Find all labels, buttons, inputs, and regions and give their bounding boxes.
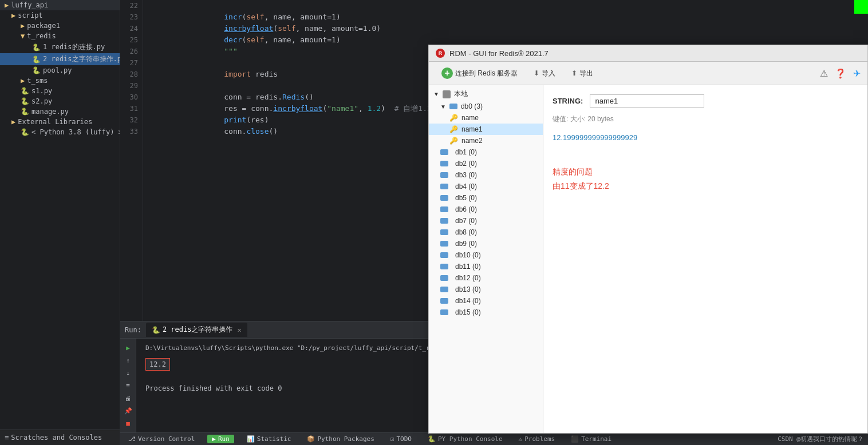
rdm-db-item[interactable]: db9 (0) bbox=[429, 238, 543, 249]
rdm-db-item[interactable]: db14 (0) bbox=[429, 295, 543, 307]
rdm-db-item[interactable]: db2 (0) bbox=[429, 158, 543, 169]
rdm-body: ▼ 本地 ▼ db0 (3) 🔑 name 🔑 name1 🔑 bbox=[429, 85, 867, 433]
key-icon-name: 🔑 bbox=[449, 114, 458, 122]
sidebar-item-package1[interactable]: ▶ package1 bbox=[0, 21, 120, 31]
telegram-icon[interactable]: ✈ bbox=[853, 68, 861, 79]
terminal-label: Terminai bbox=[581, 435, 611, 443]
scratches-section[interactable]: ≡ Scratches and Consoles bbox=[0, 430, 120, 445]
pkg-label: Python Packages bbox=[317, 435, 374, 443]
statistic-icon: 📊 bbox=[247, 435, 255, 443]
key-name2-label: name2 bbox=[461, 137, 483, 145]
sidebar-item-ext-libs[interactable]: ▶ External Libraries bbox=[0, 117, 120, 127]
status-right: CSDN @初遇我口寸的热情呢？ bbox=[778, 435, 863, 443]
todo-item[interactable]: ☑ TODO bbox=[387, 434, 415, 444]
rdm-toolbar: + 连接到 Redis 服务器 ⬇ 导入 ⬆ 导出 ⚠ ❓ ✈ bbox=[429, 62, 867, 85]
rdm-titlebar: R RDM - GUI for Redis® 2021.7 bbox=[429, 45, 867, 62]
scratches-icon: ≡ bbox=[5, 434, 9, 442]
menu-button[interactable]: ≡ bbox=[123, 381, 133, 390]
terminal-item[interactable]: ⬛ Terminai bbox=[567, 434, 615, 444]
file-label: s1.py bbox=[31, 87, 52, 95]
rdm-db-item[interactable]: db15 (0) bbox=[429, 307, 543, 318]
pkg-icon: 📦 bbox=[307, 435, 315, 443]
py-file-icon: 🐍 bbox=[21, 87, 29, 95]
rdm-key-name1[interactable]: 🔑 name1 bbox=[429, 124, 543, 135]
rdm-key-name2[interactable]: 🔑 name2 bbox=[429, 135, 543, 146]
statistic-item[interactable]: 📊 Statistic bbox=[243, 434, 295, 444]
rdm-db-item[interactable]: db12 (0) bbox=[429, 272, 543, 284]
version-control-item[interactable]: ⎇ Version Control bbox=[125, 434, 198, 444]
pin-button[interactable]: 📌 bbox=[123, 406, 133, 415]
rdm-db-item[interactable]: db11 (0) bbox=[429, 261, 543, 272]
rdm-db-item[interactable]: db8 (0) bbox=[429, 227, 543, 238]
rdm-db-item[interactable]: db1 (0) bbox=[429, 146, 543, 158]
problems-item[interactable]: ⚠ Problems bbox=[515, 434, 559, 444]
csdn-text: CSDN @初遇我口寸的热情呢？ bbox=[778, 435, 863, 443]
python-console-item[interactable]: 🐍 PY Python Console bbox=[424, 434, 506, 444]
status-left: ⎇ Version Control ▶ Run 📊 Statistic 📦 Py… bbox=[125, 434, 615, 444]
rdm-key-input[interactable] bbox=[590, 94, 704, 108]
rdm-value: 12.199999999999999929 bbox=[553, 133, 858, 142]
file-label: manage.py bbox=[31, 108, 69, 116]
sidebar-item-t-redis[interactable]: ▼ t_redis bbox=[0, 31, 120, 41]
output-result-value: 12.2 bbox=[145, 358, 170, 371]
rdm-db-item[interactable]: db7 (0) bbox=[429, 215, 543, 227]
rdm-db-item[interactable]: db6 (0) bbox=[429, 204, 543, 215]
line-numbers: 22 23 24 25 26 27 28 29 30 31 32 33 bbox=[120, 0, 143, 321]
sidebar-item-manage[interactable]: 🐍 manage.py bbox=[0, 106, 120, 117]
folder-label: script bbox=[18, 11, 42, 19]
up-button[interactable]: ↑ bbox=[123, 356, 133, 365]
rdm-db-item[interactable]: db4 (0) bbox=[429, 181, 543, 192]
export-icon: ⬆ bbox=[571, 69, 577, 77]
py-file-icon: 🐍 bbox=[32, 55, 41, 63]
sidebar-item-script[interactable]: ▶ script bbox=[0, 10, 120, 21]
sidebar-item-s1[interactable]: 🐍 s1.py bbox=[0, 86, 120, 96]
rdm-db-item[interactable]: db13 (0) bbox=[429, 284, 543, 295]
rdm-local-item[interactable]: ▼ 本地 bbox=[429, 88, 543, 101]
rdm-db-item[interactable]: db5 (0) bbox=[429, 192, 543, 204]
sidebar-item-redis1[interactable]: 🐍 1 redis的连接.py bbox=[0, 41, 120, 53]
problems-icon: ⚠ bbox=[519, 435, 523, 443]
rdm-db-item[interactable]: db10 (0) bbox=[429, 249, 543, 261]
sidebar-item-redis2[interactable]: 🐍 2 redis之字符串操作.py bbox=[0, 53, 120, 65]
key-icon-name2: 🔑 bbox=[449, 137, 458, 145]
rdm-logo: R bbox=[436, 49, 445, 58]
folder-label: t_redis bbox=[27, 32, 56, 40]
todo-label: TODO bbox=[396, 435, 412, 443]
rdm-annotation-line1: 精度的问题 bbox=[553, 165, 858, 179]
run-tab-close[interactable]: ✕ bbox=[237, 326, 241, 334]
print-button[interactable]: 🖨 bbox=[123, 394, 133, 403]
export-button[interactable]: ⬆ 导出 bbox=[566, 66, 599, 81]
sidebar-item-s2[interactable]: 🐍 s2.py bbox=[0, 96, 120, 106]
run-tab-redis2[interactable]: 🐍 2 redis之字符串操作 ✕ bbox=[146, 323, 247, 337]
run-status-item[interactable]: ▶ Run bbox=[207, 435, 234, 443]
local-label: 本地 bbox=[454, 89, 468, 99]
connect-button[interactable]: + 连接到 Redis 服务器 bbox=[436, 65, 523, 81]
sidebar-item-pool[interactable]: 🐍 pool.py bbox=[0, 65, 120, 76]
help-icon[interactable]: ❓ bbox=[835, 68, 846, 79]
key-name-label: name bbox=[461, 114, 479, 122]
down-button[interactable]: ↓ bbox=[123, 368, 133, 378]
py-file-icon: 🐍 bbox=[21, 97, 29, 105]
rdm-db0-item[interactable]: ▼ db0 (3) bbox=[429, 101, 543, 112]
py-file-icon: 🐍 bbox=[32, 43, 41, 51]
file-label: pool.py bbox=[43, 66, 72, 74]
rdm-db-item[interactable]: db3 (0) bbox=[429, 169, 543, 181]
run-button[interactable]: ▶ bbox=[123, 343, 133, 352]
sidebar-item-luffy-api[interactable]: ▶ luffy_api bbox=[0, 0, 120, 10]
import-button[interactable]: ⬇ 导入 bbox=[528, 66, 561, 81]
rdm-main-content: STRING: 键值: 大小: 20 bytes 12.199999999999… bbox=[543, 85, 867, 433]
import-icon: ⬇ bbox=[534, 69, 539, 77]
import-label: 导入 bbox=[542, 69, 555, 78]
problems-label: Problems bbox=[524, 435, 555, 443]
sidebar-item-python-env[interactable]: 🐍 < Python 3.8 (luffy) > D:\Vir bbox=[0, 127, 120, 137]
python-packages-item[interactable]: 📦 Python Packages bbox=[303, 434, 377, 444]
stop-button[interactable]: ■ bbox=[123, 419, 133, 428]
file-label: 1 redis的连接.py bbox=[43, 42, 105, 52]
run-tab-icon: 🐍 bbox=[152, 326, 160, 334]
rdm-toolbar-right: ⚠ ❓ ✈ bbox=[820, 68, 861, 79]
db-icon bbox=[449, 104, 457, 109]
warning-icon[interactable]: ⚠ bbox=[820, 68, 828, 79]
key-name1-label: name1 bbox=[461, 125, 483, 133]
rdm-key-name[interactable]: 🔑 name bbox=[429, 112, 543, 124]
sidebar-item-t-sms[interactable]: ▶ t_sms bbox=[0, 76, 120, 86]
